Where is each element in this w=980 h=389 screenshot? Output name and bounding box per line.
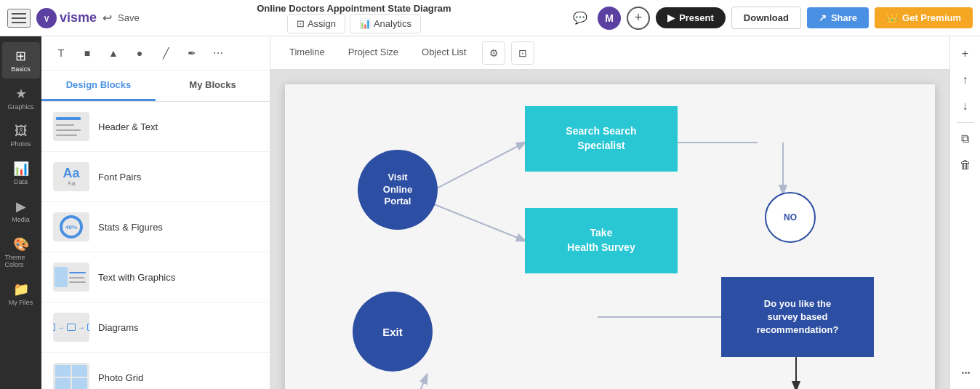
sidebar-item-theme[interactable]: 🎨 Theme Colors	[2, 230, 40, 274]
move-down-button[interactable]: ↓	[954, 95, 977, 118]
tab-design-blocks[interactable]: Design Blocks	[41, 71, 156, 101]
block-item-photo-grid[interactable]: Photo Grid	[41, 353, 270, 389]
media-label: Media	[12, 216, 30, 223]
node-recommendation[interactable]: Do you like thesurvey basedrecommendatio…	[721, 277, 874, 357]
chat-button[interactable]: 💬	[569, 7, 592, 30]
node-no-top[interactable]: NO	[765, 192, 816, 243]
design-panel: T ■ ▲ ● ╱ ✒ ⋯ Design Blocks My Blocks	[41, 36, 270, 389]
sidebar-item-graphics[interactable]: ★ Graphics	[2, 80, 40, 116]
delete-button[interactable]: 🗑	[954, 153, 977, 177]
block-thumb-text-graphics	[53, 262, 89, 292]
topbar-left: V visme ↩ Save	[7, 8, 140, 28]
analytics-icon: 📊	[359, 18, 371, 29]
canvas-tab-project-size[interactable]: Project Size	[338, 41, 409, 65]
theme-icon: 🎨	[13, 236, 29, 252]
photos-label: Photos	[10, 140, 31, 148]
document-title: Online Doctors Appointment State Diagram	[257, 3, 451, 14]
node-visit-portal[interactable]: VisitOnlinePortal	[358, 150, 438, 230]
block-thumb-font-pairs: Aa Aa	[53, 162, 89, 191]
share-label: Share	[831, 12, 857, 23]
node-search-specialist[interactable]: Search SearchSpecialist	[525, 106, 678, 172]
block-item-stats-figures[interactable]: 40% Stats & Figures	[41, 202, 270, 252]
topbar-right: 💬 M + ▶ Present Download ↗ Share 👑 Get P…	[569, 7, 973, 30]
triangle-tool[interactable]: ▲	[103, 42, 124, 64]
present-button[interactable]: ▶ Present	[656, 7, 726, 28]
block-label-header-text: Header & Text	[98, 121, 158, 132]
block-item-header-text[interactable]: Header & Text	[41, 102, 270, 152]
canvas-area: Timeline Project Size Object List ⚙ ⊡	[270, 36, 949, 389]
myfiles-icon: 📁	[13, 281, 29, 297]
assign-label: Assign	[308, 18, 336, 29]
graphics-label: Graphics	[7, 103, 33, 111]
block-item-diagrams[interactable]: → → Diagrams	[41, 302, 270, 353]
sidebar-item-myfiles[interactable]: 📁 My Files	[2, 276, 40, 312]
svg-text:V: V	[44, 15, 49, 23]
add-collaborator-button[interactable]: +	[627, 7, 650, 30]
block-label-text-graphics: Text with Graphics	[98, 272, 175, 283]
rectangle-tool[interactable]: ■	[76, 42, 98, 64]
analytics-button[interactable]: 📊 Analytics	[350, 14, 421, 33]
logo-text: visme	[60, 10, 97, 25]
line-tool[interactable]: ╱	[155, 42, 177, 64]
design-panel-tabs: Design Blocks My Blocks	[41, 71, 270, 102]
undo-button[interactable]: ↩	[103, 11, 112, 25]
toolbar-strip: T ■ ▲ ● ╱ ✒ ⋯	[41, 36, 270, 71]
media-icon: ▶	[16, 198, 26, 214]
circle-tool[interactable]: ●	[129, 42, 150, 64]
move-up-button[interactable]: ↑	[954, 68, 977, 92]
block-label-stats-figures: Stats & Figures	[98, 222, 163, 233]
pen-tool[interactable]: ✒	[181, 42, 203, 64]
block-label-diagrams: Diagrams	[98, 322, 139, 333]
menu-button[interactable]	[7, 9, 31, 28]
save-button[interactable]: Save	[118, 12, 140, 23]
canvas-viewport[interactable]: VisitOnlinePortal Search SearchSpecialis…	[270, 70, 949, 389]
basics-icon: ⊞	[15, 48, 26, 64]
canvas-content: VisitOnlinePortal Search SearchSpecialis…	[270, 70, 949, 389]
svg-line-3	[434, 204, 525, 241]
sidebar-item-basics[interactable]: ⊞ Basics	[2, 42, 40, 79]
block-list: Header & Text Aa Aa Font Pairs 40% Stats…	[41, 102, 270, 389]
copy-button[interactable]: ⧉	[954, 127, 977, 151]
visme-logo-icon: V	[36, 8, 57, 28]
zoom-in-button[interactable]: +	[954, 42, 977, 65]
download-button[interactable]: Download	[731, 7, 801, 29]
block-item-text-graphics[interactable]: Text with Graphics	[41, 252, 270, 302]
block-thumb-header-text	[53, 112, 89, 141]
canvas-tab-timeline[interactable]: Timeline	[279, 41, 335, 65]
more-options-dots[interactable]: ···	[960, 363, 969, 382]
topbar-actions: ⊡ Assign 📊 Analytics	[287, 14, 421, 33]
svg-line-2	[434, 143, 525, 190]
right-panel: + ↑ ↓ ⧉ 🗑 ···	[949, 36, 980, 389]
canvas-tab-object-list[interactable]: Object List	[411, 41, 476, 65]
assign-button[interactable]: ⊡ Assign	[287, 14, 345, 33]
analytics-label: Analytics	[374, 18, 411, 29]
node-exit[interactable]: Exit	[353, 292, 433, 372]
sidebar-item-data[interactable]: 📊 Data	[2, 155, 40, 191]
canvas-preview-button[interactable]: ⊡	[511, 41, 534, 65]
data-label: Data	[14, 178, 28, 185]
premium-button[interactable]: 👑 Get Premium	[875, 7, 973, 28]
logo: V visme	[36, 8, 97, 28]
topbar-center: Online Doctors Appointment State Diagram…	[145, 3, 563, 33]
share-icon: ↗	[819, 12, 827, 23]
sidebar-icons: ⊞ Basics ★ Graphics 🖼 Photos 📊 Data ▶ Me…	[0, 36, 41, 389]
block-item-font-pairs[interactable]: Aa Aa Font Pairs	[41, 152, 270, 202]
slide-canvas: VisitOnlinePortal Search SearchSpecialis…	[285, 84, 935, 389]
block-thumb-diagrams: → →	[53, 313, 89, 342]
data-icon: 📊	[13, 161, 29, 177]
tab-my-blocks[interactable]: My Blocks	[156, 71, 270, 101]
svg-line-8	[416, 375, 427, 389]
avatar: M	[598, 7, 621, 30]
node-health-survey[interactable]: TakeHealth Survey	[525, 208, 678, 273]
canvas-settings-button[interactable]: ⚙	[482, 41, 505, 65]
block-thumb-stats-figures: 40%	[53, 212, 89, 241]
text-tool[interactable]: T	[50, 42, 72, 64]
play-icon: ▶	[667, 12, 675, 23]
sidebar-item-media[interactable]: ▶ Media	[2, 193, 40, 229]
block-label-photo-grid: Photo Grid	[98, 372, 143, 383]
more-tools[interactable]: ⋯	[207, 42, 229, 64]
basics-label: Basics	[11, 65, 31, 73]
share-button[interactable]: ↗ Share	[807, 7, 869, 28]
assign-icon: ⊡	[297, 18, 305, 29]
sidebar-item-photos[interactable]: 🖼 Photos	[2, 118, 40, 153]
